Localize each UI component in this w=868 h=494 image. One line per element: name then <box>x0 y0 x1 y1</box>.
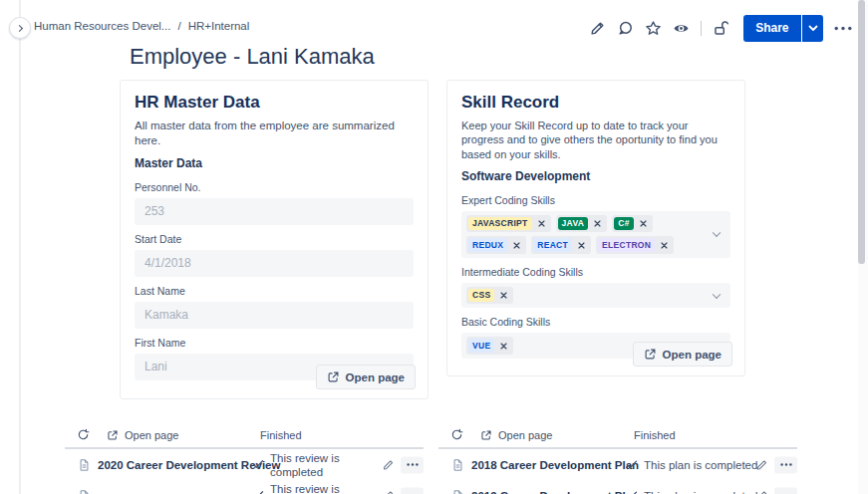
card-description: All master data from the employee are su… <box>135 119 414 148</box>
more-button[interactable] <box>774 456 797 473</box>
field-label: Last Name <box>135 285 414 297</box>
comment-icon[interactable] <box>617 20 634 37</box>
external-link-icon <box>644 348 657 361</box>
more-icon[interactable] <box>834 26 852 31</box>
actions-divider <box>701 21 702 36</box>
chevron-down-icon[interactable] <box>713 229 721 237</box>
breadcrumb-separator: / <box>177 20 180 32</box>
skill-record-card: Skill Record Keep your Skill Record up t… <box>446 80 745 376</box>
remove-tag-icon[interactable] <box>513 242 520 249</box>
field-label: Expert Coding Skills <box>461 194 730 206</box>
watch-eye-icon[interactable] <box>673 20 690 37</box>
remove-tag-icon[interactable] <box>578 242 585 249</box>
open-page-button[interactable]: Open page <box>633 342 732 367</box>
table-row: 2018 Career Development Plan This plan i… <box>438 449 797 480</box>
card-title: Skill Record <box>461 93 730 113</box>
status-cell: This review is completed <box>252 450 350 479</box>
scrollbar-track <box>858 0 868 494</box>
skill-tag: C# <box>612 215 652 233</box>
open-page-label: Open page <box>125 429 178 441</box>
more-button[interactable] <box>401 456 424 473</box>
skill-tag-label: REACT <box>533 238 572 252</box>
field-label: Start Date <box>135 233 414 245</box>
hr-master-data-card: HR Master Data All master data from the … <box>120 80 429 399</box>
edit-icon[interactable] <box>382 489 395 494</box>
skill-tag-label: JAVA <box>558 217 589 231</box>
chevron-down-icon <box>808 25 818 32</box>
skill-tag: VUE <box>466 337 513 355</box>
document-icon <box>78 458 91 472</box>
star-icon[interactable] <box>645 20 662 37</box>
page-link[interactable]: 2018 Career Development Plan <box>451 458 639 472</box>
chevron-right-icon <box>15 24 22 31</box>
more-button[interactable] <box>401 487 424 494</box>
share-split-button: Share <box>743 15 823 42</box>
field-label: First Name <box>135 337 414 349</box>
sidebar-divider <box>19 0 21 494</box>
table-toolbar: Open page Finished <box>438 422 797 449</box>
skill-tag-label: CSS <box>468 289 494 303</box>
document-icon <box>451 458 464 472</box>
page-title: Employee - Lani Kamaka <box>130 44 375 70</box>
share-dropdown-button[interactable] <box>802 15 823 42</box>
remove-tag-icon[interactable] <box>500 292 507 299</box>
edit-icon[interactable] <box>755 489 768 494</box>
unlock-icon[interactable] <box>713 20 729 37</box>
edit-icon[interactable] <box>755 458 768 471</box>
status-cell: This plan is completed <box>626 490 757 494</box>
check-icon <box>252 490 264 494</box>
career-plan-table: Open page Finished 2018 Career Developme… <box>438 422 797 494</box>
open-page-label: Open page <box>346 371 405 383</box>
confluence-page: Human Resources Devel... / HR+Internal S… <box>0 0 868 494</box>
skill-tag: REACT <box>531 236 591 254</box>
edit-icon[interactable] <box>589 20 606 37</box>
field-label: Intermediate Coding Skills <box>461 266 730 278</box>
skill-tag: ELECTRON <box>596 236 674 254</box>
remove-tag-icon[interactable] <box>500 343 507 350</box>
breadcrumb: Human Resources Devel... / HR+Internal <box>34 20 249 32</box>
edit-icon[interactable] <box>382 458 395 471</box>
open-page-button[interactable]: Open page <box>316 365 416 389</box>
skill-tag-label: ELECTRON <box>598 238 655 252</box>
share-button[interactable]: Share <box>743 15 800 42</box>
open-page-link[interactable]: Open page <box>480 429 552 441</box>
column-header-finished: Finished <box>634 429 676 441</box>
scrollbar-thumb[interactable] <box>858 0 865 264</box>
more-button[interactable] <box>774 487 797 494</box>
field-label: Personnel No. <box>135 181 414 193</box>
expert-skills-select[interactable]: JAVASCRIPT JAVA C# REDUX REACT ELECTRON <box>461 211 730 258</box>
skill-tag: JAVA <box>556 215 608 233</box>
status-cell: This review is completed <box>252 481 350 494</box>
skill-tag-label: VUE <box>468 339 494 353</box>
career-review-table: Open page Finished 2020 Career Developme… <box>65 422 424 494</box>
check-icon <box>626 490 638 494</box>
remove-tag-icon[interactable] <box>594 220 601 227</box>
external-link-icon <box>480 429 492 441</box>
remove-tag-icon[interactable] <box>661 242 668 249</box>
table-row: 2020 Career Development Review This revi… <box>65 449 424 480</box>
remove-tag-icon[interactable] <box>640 220 647 227</box>
page-link[interactable]: 2019 Career Development Plan <box>451 489 639 494</box>
check-icon <box>626 459 638 470</box>
page-link[interactable] <box>78 489 98 494</box>
chevron-down-icon[interactable] <box>713 290 721 298</box>
external-link-icon <box>107 429 119 441</box>
field-label: Basic Coding Skills <box>461 316 730 328</box>
page-link[interactable]: 2020 Career Development Review <box>78 458 280 472</box>
column-header-finished: Finished <box>260 429 302 441</box>
refresh-icon[interactable] <box>77 428 90 441</box>
open-page-link[interactable]: Open page <box>107 429 178 441</box>
breadcrumb-space-link[interactable]: Human Resources Devel... <box>34 20 170 32</box>
check-icon <box>252 459 264 470</box>
refresh-icon[interactable] <box>450 428 463 441</box>
card-title: HR Master Data <box>135 93 414 113</box>
card-description: Keep your Skill Record up to date to tra… <box>461 119 730 161</box>
skill-tag: CSS <box>466 287 513 305</box>
expand-sidebar-button[interactable] <box>9 17 31 39</box>
external-link-icon <box>327 370 340 383</box>
start-date-field: 4/1/2018 <box>135 250 414 277</box>
skill-tag-label: REDUX <box>468 238 507 252</box>
breadcrumb-page-link[interactable]: HR+Internal <box>188 20 250 32</box>
remove-tag-icon[interactable] <box>538 220 545 227</box>
intermediate-skills-select[interactable]: CSS <box>461 283 730 309</box>
